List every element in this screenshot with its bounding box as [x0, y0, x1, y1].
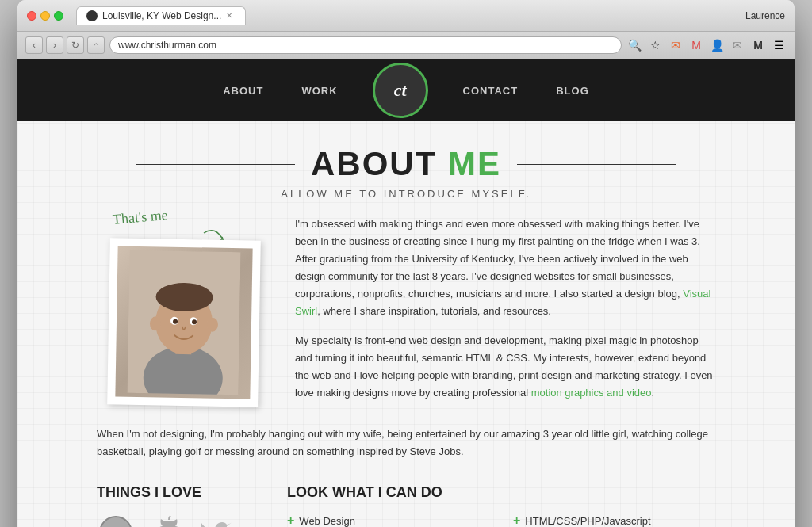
title-bar: Louisville, KY Web Design... ✕ Laurence [17, 0, 795, 32]
minimize-button[interactable] [40, 11, 50, 21]
tab-favicon [86, 10, 98, 21]
skill-html-css: + HTML/CSS/PHP/Javascript [513, 514, 715, 527]
user-name: Laurence [745, 10, 785, 21]
apple-icon [147, 514, 186, 527]
gmail-icon[interactable]: M [688, 37, 704, 53]
mail-orange-icon[interactable]: ✉ [668, 37, 684, 53]
skill-label: Web Design [299, 515, 355, 527]
search-icon[interactable]: 🔍 [626, 37, 642, 53]
bio-text: I'm obsessed with making things and even… [295, 216, 715, 413]
title-rule-left [136, 164, 295, 165]
logo-text: ct [394, 80, 407, 101]
mail3-icon[interactable]: M [750, 37, 766, 53]
home-button[interactable]: ⌂ [87, 36, 105, 54]
wordpress-icon: W [97, 514, 135, 527]
twitter-icon [198, 514, 236, 527]
site-logo[interactable]: ct [373, 63, 428, 118]
nav-contact[interactable]: CONTACT [444, 71, 538, 111]
title-line: ABOUT ME [97, 145, 715, 183]
skill-plus-icon: + [513, 514, 520, 527]
tab-bar: Louisville, KY Web Design... ✕ [76, 6, 739, 25]
title-rule-right [517, 164, 676, 165]
bio-paragraph-2: My specialty is front-end web design and… [295, 332, 715, 402]
tab-close-button[interactable]: ✕ [226, 11, 236, 21]
bottom-section: THINGS I LOVE W [97, 484, 715, 527]
bio-paragraph-1: I'm obsessed with making things and even… [295, 216, 715, 321]
about-section: That's me [97, 216, 715, 413]
nav-buttons: ‹ › ↻ ⌂ [25, 36, 105, 54]
handwriting-label: That's me [112, 207, 168, 228]
page-title-area: ABOUT ME ALLOW ME TO INTRODUCE MYSELF. [97, 145, 715, 200]
nav-links: ABOUT WORK ct CONTACT BLOG [204, 59, 608, 121]
skill-plus-icon: + [287, 514, 294, 527]
profile-photo [115, 246, 252, 399]
page-title: ABOUT ME [311, 145, 501, 183]
tab-title: Louisville, KY Web Design... [102, 10, 221, 21]
profile-photo-frame [107, 238, 261, 407]
maximize-button[interactable] [54, 11, 63, 21]
close-button[interactable] [27, 11, 36, 21]
photo-area: That's me [97, 216, 271, 413]
motion-graphics-link[interactable]: motion graphics and video [531, 387, 652, 399]
bookmark-icon[interactable]: ☆ [647, 37, 663, 53]
profile-icon[interactable]: 👤 [709, 37, 725, 53]
bio-paragraph-3: When I'm not designing, I'm probably han… [97, 426, 715, 460]
traffic-lights [27, 11, 63, 21]
love-icons: W [97, 514, 255, 527]
skills-section: LOOK WHAT I CAN DO + Web Design + HTML/C… [287, 484, 715, 527]
skill-label: HTML/CSS/PHP/Javascript [525, 515, 650, 527]
website-content: ABOUT WORK ct CONTACT BLOG ABOUT ME [17, 59, 795, 527]
address-bar: ‹ › ↻ ⌂ www.christhurman.com 🔍 ☆ ✉ M 👤 ✉… [17, 32, 795, 59]
site-nav: ABOUT WORK ct CONTACT BLOG [17, 59, 795, 121]
nav-about[interactable]: ABOUT [204, 71, 282, 111]
skills-title: LOOK WHAT I CAN DO [287, 484, 715, 501]
things-love-section: THINGS I LOVE W [97, 484, 255, 527]
nav-work[interactable]: WORK [282, 71, 356, 111]
forward-button[interactable]: › [46, 36, 63, 54]
browser-tab[interactable]: Louisville, KY Web Design... ✕ [76, 6, 246, 25]
page-subtitle: ALLOW ME TO INTRODUCE MYSELF. [97, 188, 715, 200]
browser-window: Louisville, KY Web Design... ✕ Laurence … [17, 0, 795, 527]
title-green: ME [448, 145, 501, 182]
visual-swirl-link[interactable]: Visual Swirl [295, 288, 710, 317]
title-black: ABOUT [311, 145, 437, 182]
nav-blog[interactable]: BLOG [537, 71, 608, 111]
skill-web-design: + Web Design [287, 514, 489, 527]
main-content: ABOUT ME ALLOW ME TO INTRODUCE MYSELF. T… [49, 121, 763, 527]
url-input[interactable]: www.christhurman.com [109, 36, 622, 54]
reload-button[interactable]: ↻ [67, 36, 84, 54]
skills-grid: + Web Design + HTML/CSS/PHP/Javascript +… [287, 514, 715, 527]
menu-icon[interactable]: ☰ [771, 37, 787, 53]
back-button[interactable]: ‹ [25, 36, 43, 54]
things-love-title: THINGS I LOVE [97, 484, 255, 501]
mail2-icon[interactable]: ✉ [730, 37, 745, 53]
toolbar-icons: 🔍 ☆ ✉ M 👤 ✉ M ☰ [626, 37, 787, 53]
